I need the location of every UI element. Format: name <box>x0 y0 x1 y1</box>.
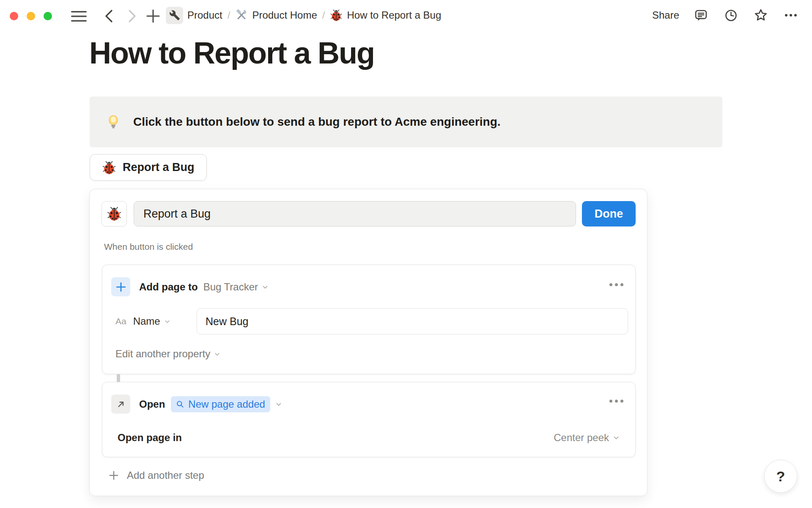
open-page-icon-box <box>111 395 130 414</box>
step-head: Open New page added <box>111 395 283 414</box>
breadcrumb-current-page-label[interactable]: How to Report a Bug <box>347 9 441 21</box>
done-button[interactable]: Done <box>582 201 636 226</box>
chevron-right-icon <box>126 9 138 23</box>
property-name-dropdown[interactable]: Name <box>133 315 160 327</box>
breadcrumb-product-label[interactable]: Product <box>187 9 222 21</box>
open-page-in-label: Open page in <box>118 432 182 444</box>
ladybug-icon <box>330 9 343 22</box>
button-icon-picker[interactable] <box>102 201 127 226</box>
open-target-label: New page added <box>188 398 265 410</box>
nav-forward-button[interactable] <box>123 8 140 25</box>
comments-button[interactable] <box>692 7 709 24</box>
window-titlebar: Product / Product Home / How to Report a… <box>0 0 812 30</box>
breadcrumb-product[interactable] <box>166 7 183 24</box>
open-target-chip[interactable]: New page added <box>171 396 270 412</box>
edit-another-property-label: Edit another property <box>115 348 210 360</box>
step-more-options-button[interactable] <box>609 400 623 403</box>
add-page-action-label: Add page to <box>139 281 198 293</box>
plus-icon <box>115 282 126 293</box>
open-page-in-row: Open page in Center peek <box>118 428 620 447</box>
plus-icon <box>108 470 119 481</box>
report-a-bug-button[interactable]: Report a Bug <box>90 154 207 181</box>
open-mode-dropdown[interactable]: Center peek <box>554 432 620 444</box>
close-window-button[interactable] <box>10 12 18 20</box>
step-head: Add page to Bug Tracker <box>111 277 269 296</box>
zoom-window-button[interactable] <box>44 12 52 20</box>
step-card-open-page: Open New page added Open page in Center … <box>102 382 636 457</box>
favorite-button[interactable] <box>752 7 769 24</box>
callout-block: Click the button below to send a bug rep… <box>90 97 722 147</box>
report-a-bug-button-label: Report a Bug <box>123 161 195 174</box>
button-name-input[interactable] <box>134 201 576 226</box>
breadcrumb-product-home-label[interactable]: Product Home <box>252 9 317 21</box>
add-page-icon-box <box>111 277 130 296</box>
ellipsis-icon <box>784 8 798 22</box>
share-button[interactable]: Share <box>652 9 679 21</box>
arrow-up-right-icon <box>116 399 126 409</box>
hammer-wrench-icon <box>235 9 248 22</box>
chevron-down-icon[interactable] <box>261 283 269 291</box>
new-page-button[interactable] <box>145 8 162 25</box>
breadcrumb-separator: / <box>321 9 326 21</box>
open-action-label: Open <box>139 398 165 410</box>
button-editor-panel: Done When button is clicked Add page to … <box>89 189 647 496</box>
breadcrumb: Product / Product Home / How to Report a… <box>166 0 441 30</box>
property-value-input[interactable] <box>197 308 628 334</box>
hamburger-icon <box>71 11 87 22</box>
chevron-down-icon <box>214 351 221 358</box>
help-button[interactable]: ? <box>764 460 797 493</box>
chevron-down-icon <box>612 434 620 442</box>
ladybug-icon <box>107 206 122 221</box>
chevron-down-icon[interactable] <box>164 318 171 325</box>
step-connector <box>117 374 120 383</box>
star-icon <box>753 8 768 23</box>
add-page-target-dropdown[interactable]: Bug Tracker <box>203 281 258 293</box>
chevron-left-icon <box>103 9 115 23</box>
wrench-icon <box>169 10 180 21</box>
chevron-down-icon[interactable] <box>275 400 283 408</box>
page-title: How to Report a Bug <box>89 36 374 70</box>
sidebar-menu-button[interactable] <box>70 8 87 25</box>
breadcrumb-separator: / <box>227 9 231 21</box>
minimize-window-button[interactable] <box>27 12 35 20</box>
question-mark-icon: ? <box>776 468 785 485</box>
open-mode-value: Center peek <box>554 432 609 444</box>
text-property-type-icon: Aa <box>115 316 126 326</box>
add-another-step-label: Add another step <box>127 469 204 481</box>
more-options-button[interactable] <box>782 7 799 24</box>
trigger-label: When button is clicked <box>104 242 193 252</box>
updates-history-button[interactable] <box>722 7 739 24</box>
property-row: Aa Name <box>115 308 171 334</box>
step-more-options-button[interactable] <box>609 283 623 286</box>
clock-icon <box>724 8 738 22</box>
comment-icon <box>694 8 708 22</box>
topbar-actions: Share <box>652 0 799 30</box>
add-another-step-button[interactable]: Add another step <box>108 469 204 481</box>
ladybug-icon <box>102 160 116 175</box>
plus-icon <box>146 9 160 23</box>
callout-text: Click the button below to send a bug rep… <box>133 115 501 129</box>
search-icon <box>176 400 184 409</box>
step-card-add-page: Add page to Bug Tracker Aa Name Edit ano… <box>102 265 636 374</box>
nav-back-button[interactable] <box>101 8 118 25</box>
edit-another-property-button[interactable]: Edit another property <box>115 348 221 360</box>
light-bulb-icon <box>106 114 121 130</box>
